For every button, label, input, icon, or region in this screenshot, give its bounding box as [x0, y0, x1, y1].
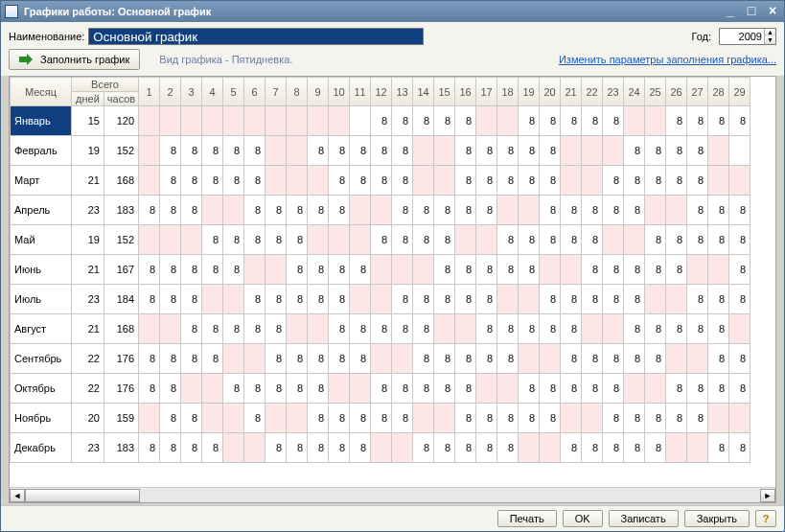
day-cell[interactable]: 8: [603, 344, 624, 374]
day-cell[interactable]: [350, 225, 371, 255]
day-cell[interactable]: 8: [392, 404, 413, 433]
day-cell[interactable]: 8: [181, 404, 202, 433]
col-day-12[interactable]: 12: [371, 78, 392, 106]
day-cell[interactable]: 8: [329, 404, 350, 433]
day-cell[interactable]: [413, 255, 434, 285]
day-cell[interactable]: [708, 136, 729, 166]
day-cell[interactable]: 8: [540, 374, 561, 404]
day-cell[interactable]: 8: [476, 285, 497, 314]
day-cell[interactable]: [266, 404, 287, 433]
day-cell[interactable]: [392, 344, 413, 374]
day-cell[interactable]: [434, 136, 455, 166]
day-cell[interactable]: 8: [329, 344, 350, 374]
day-cell[interactable]: 8: [181, 285, 202, 314]
day-cell[interactable]: 8: [413, 314, 434, 344]
day-cell[interactable]: [729, 404, 750, 433]
year-input[interactable]: [720, 29, 764, 44]
col-day-16[interactable]: 16: [455, 78, 476, 106]
day-cell[interactable]: 8: [687, 374, 708, 404]
day-cell[interactable]: 8: [561, 314, 582, 344]
day-cell[interactable]: [413, 404, 434, 433]
day-cell[interactable]: 8: [708, 225, 729, 255]
day-cell[interactable]: 8: [582, 374, 603, 404]
day-cell[interactable]: 8: [645, 136, 666, 166]
day-cell[interactable]: [708, 166, 729, 196]
day-cell[interactable]: 8: [371, 314, 392, 344]
col-day-17[interactable]: 17: [476, 78, 497, 106]
day-cell[interactable]: 8: [139, 196, 160, 225]
scroll-right-icon[interactable]: ►: [760, 489, 775, 502]
day-cell[interactable]: 8: [497, 225, 519, 255]
day-cell[interactable]: 8: [645, 404, 666, 433]
day-cell[interactable]: 8: [687, 196, 708, 225]
day-cell[interactable]: 8: [561, 225, 582, 255]
day-cell[interactable]: [729, 314, 750, 344]
day-cell[interactable]: 8: [624, 136, 645, 166]
day-cell[interactable]: [624, 106, 645, 136]
day-cell[interactable]: [497, 285, 519, 314]
col-total[interactable]: Всего: [72, 78, 139, 92]
month-cell[interactable]: Февраль: [11, 136, 72, 166]
day-cell[interactable]: 8: [287, 285, 308, 314]
col-day-13[interactable]: 13: [392, 78, 413, 106]
day-cell[interactable]: 8: [497, 314, 519, 344]
day-cell[interactable]: [582, 166, 603, 196]
day-cell[interactable]: 8: [624, 196, 645, 225]
day-cell[interactable]: [455, 225, 476, 255]
day-cell[interactable]: 8: [413, 106, 434, 136]
day-cell[interactable]: [160, 106, 181, 136]
hours-cell[interactable]: 176: [104, 344, 139, 374]
day-cell[interactable]: [519, 433, 540, 463]
day-cell[interactable]: [329, 106, 350, 136]
day-cell[interactable]: 8: [139, 344, 160, 374]
day-cell[interactable]: 8: [729, 196, 750, 225]
day-cell[interactable]: 8: [519, 374, 540, 404]
col-day-27[interactable]: 27: [687, 78, 708, 106]
day-cell[interactable]: 8: [729, 106, 750, 136]
day-cell[interactable]: [434, 314, 455, 344]
day-cell[interactable]: 8: [582, 344, 603, 374]
day-cell[interactable]: [666, 433, 687, 463]
day-cell[interactable]: 8: [603, 106, 624, 136]
day-cell[interactable]: [455, 314, 476, 344]
day-cell[interactable]: 8: [645, 433, 666, 463]
day-cell[interactable]: [645, 374, 666, 404]
month-cell[interactable]: Май: [11, 225, 72, 255]
day-cell[interactable]: 8: [244, 136, 266, 166]
day-cell[interactable]: 8: [287, 374, 308, 404]
col-day-14[interactable]: 14: [413, 78, 434, 106]
day-cell[interactable]: 8: [223, 314, 244, 344]
day-cell[interactable]: 8: [729, 344, 750, 374]
day-cell[interactable]: 8: [244, 374, 266, 404]
day-cell[interactable]: [266, 136, 287, 166]
day-cell[interactable]: 8: [519, 106, 540, 136]
day-cell[interactable]: 8: [392, 374, 413, 404]
day-cell[interactable]: [139, 225, 160, 255]
day-cell[interactable]: 8: [202, 255, 223, 285]
day-cell[interactable]: 8: [582, 196, 603, 225]
day-cell[interactable]: 8: [687, 166, 708, 196]
day-cell[interactable]: [139, 136, 160, 166]
day-cell[interactable]: 8: [519, 255, 540, 285]
day-cell[interactable]: 8: [497, 404, 519, 433]
col-day-18[interactable]: 18: [497, 78, 519, 106]
day-cell[interactable]: 8: [139, 433, 160, 463]
day-cell[interactable]: 8: [181, 136, 202, 166]
day-cell[interactable]: 8: [160, 433, 181, 463]
day-cell[interactable]: 8: [160, 344, 181, 374]
day-cell[interactable]: [139, 314, 160, 344]
day-cell[interactable]: [392, 255, 413, 285]
day-cell[interactable]: 8: [687, 404, 708, 433]
day-cell[interactable]: [603, 314, 624, 344]
save-button[interactable]: Записать: [609, 510, 679, 527]
maximize-button[interactable]: □: [744, 5, 759, 18]
day-cell[interactable]: 8: [160, 166, 181, 196]
day-cell[interactable]: 8: [202, 314, 223, 344]
day-cell[interactable]: [540, 344, 561, 374]
day-cell[interactable]: [561, 404, 582, 433]
day-cell[interactable]: 8: [350, 433, 371, 463]
day-cell[interactable]: 8: [455, 404, 476, 433]
day-cell[interactable]: 8: [434, 225, 455, 255]
day-cell[interactable]: 8: [392, 136, 413, 166]
day-cell[interactable]: 8: [329, 433, 350, 463]
